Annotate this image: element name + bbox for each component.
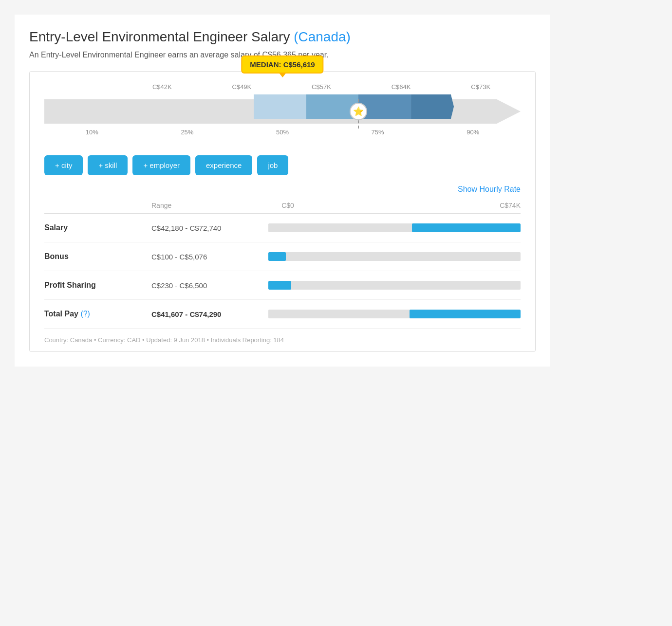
label-49k: C$49K [224, 83, 259, 91]
job-filter-button[interactable]: job [257, 155, 288, 175]
percentile-section: C$42K C$49K C$57K C$64K C$73K MEDIAN: C$… [44, 83, 521, 136]
profit-sharing-bar-track [268, 281, 521, 290]
pct-50: 50% [265, 129, 299, 136]
salary-row: Salary C$42,180 - C$72,740 [44, 214, 521, 242]
show-hourly-container: Show Hourly Rate [44, 185, 521, 194]
title-location: (Canada) [294, 29, 351, 44]
bonus-label: Bonus [44, 252, 151, 261]
header-max-col: C$74K [491, 202, 521, 209]
star-circle: ⭐ [350, 103, 367, 120]
profit-sharing-row: Profit Sharing C$230 - C$6,500 [44, 271, 521, 300]
segment-10-25 [254, 94, 306, 119]
skill-filter-button[interactable]: + skill [88, 155, 128, 175]
salary-bar-track [268, 223, 521, 232]
profit-sharing-label: Profit Sharing [44, 281, 151, 290]
median-tooltip: MEDIAN: C$56,619 [241, 55, 323, 74]
title-text: Entry-Level Environmental Engineer Salar… [29, 29, 290, 44]
bonus-row: Bonus C$100 - C$5,076 [44, 242, 521, 271]
question-mark: (?) [80, 310, 90, 318]
median-label: MEDIAN: C$56,619 [250, 60, 315, 69]
pct-75: 75% [361, 129, 395, 136]
show-hourly-rate-link[interactable]: Show Hourly Rate [458, 185, 521, 193]
employer-filter-button[interactable]: + employer [132, 155, 190, 175]
header-zero-col: C$0 [268, 202, 307, 209]
bonus-bar-track [268, 252, 521, 261]
total-pay-row: Total Pay (?) C$41,607 - C$74,290 [44, 300, 521, 329]
label-42k: C$42K [145, 83, 179, 91]
experience-filter-button[interactable]: experience [195, 155, 252, 175]
arrow-bar: MEDIAN: C$56,619 ⭐ [44, 94, 521, 129]
pct-25: 25% [170, 129, 204, 136]
top-labels: C$42K C$49K C$57K C$64K C$73K [44, 83, 521, 91]
total-pay-range: C$41,607 - C$74,290 [151, 310, 268, 318]
chart-card: C$42K C$49K C$57K C$64K C$73K MEDIAN: C$… [29, 71, 536, 352]
profit-sharing-bar-fill [268, 281, 291, 290]
label-64k: C$64K [384, 83, 418, 91]
salary-range: C$42,180 - C$72,740 [151, 224, 268, 232]
segment-75-90 [411, 94, 454, 119]
footer-note: Country: Canada • Currency: CAD • Update… [44, 329, 521, 351]
label-73k: C$73K [464, 83, 498, 91]
total-pay-bar-fill [410, 310, 521, 318]
salary-bar-fill [412, 223, 521, 232]
salary-bar-area [268, 223, 521, 232]
bonus-range: C$100 - C$5,076 [151, 253, 268, 261]
label-57k: C$57K [304, 83, 338, 91]
profit-sharing-bar-area [268, 281, 521, 290]
city-filter-button[interactable]: + city [44, 155, 83, 175]
header-range-col: Range [151, 202, 268, 209]
bonus-bar-fill [268, 252, 286, 261]
pct-90: 90% [456, 129, 490, 136]
bottom-labels: 10% 25% 50% 75% 90% [44, 129, 521, 136]
table-header: Range C$0 C$74K [44, 198, 521, 214]
total-pay-bar-track [268, 310, 521, 318]
filter-buttons: + city + skill + employer experience job [44, 150, 521, 175]
median-star: ⭐ [350, 103, 367, 120]
page-title: Entry-Level Environmental Engineer Salar… [29, 29, 536, 45]
profit-sharing-range: C$230 - C$6,500 [151, 281, 268, 290]
total-pay-label: Total Pay (?) [44, 310, 151, 318]
pct-10: 10% [75, 129, 109, 136]
total-pay-bar-area [268, 310, 521, 318]
bonus-bar-area [268, 252, 521, 261]
main-container: Entry-Level Environmental Engineer Salar… [15, 15, 550, 367]
salary-label: Salary [44, 223, 151, 232]
